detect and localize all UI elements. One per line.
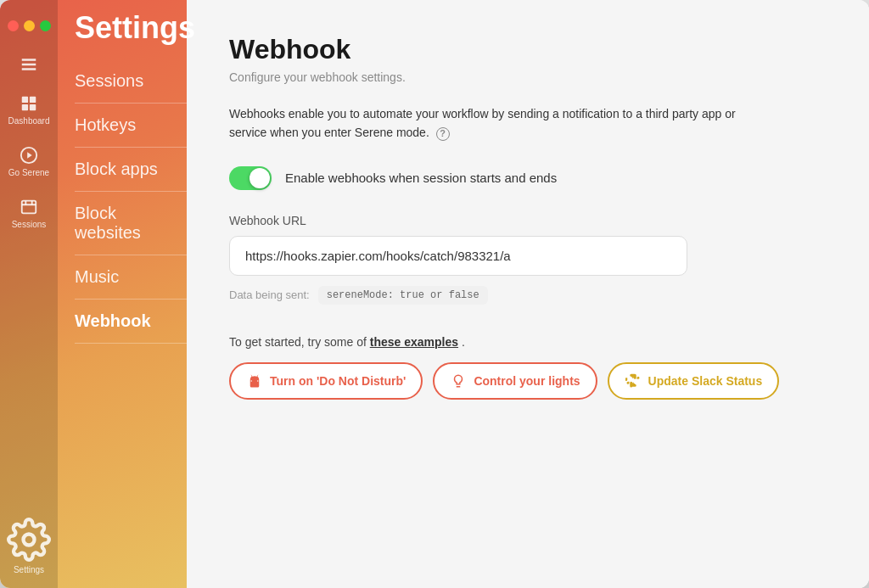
- svg-rect-4: [30, 97, 36, 103]
- sidebar-item-settings-icon[interactable]: Settings: [0, 504, 58, 588]
- examples-section: To get started, try some of these exampl…: [229, 335, 827, 400]
- control-lights-button[interactable]: Control your lights: [433, 362, 597, 400]
- menu-icon: [20, 55, 38, 74]
- close-button[interactable]: [8, 20, 19, 31]
- sidebar-title: Settings: [58, 0, 187, 59]
- update-slack-button[interactable]: Update Slack Status: [608, 362, 780, 400]
- svg-point-13: [24, 535, 35, 546]
- data-sent-value: sereneMode: true or false: [318, 286, 488, 305]
- svg-rect-3: [22, 97, 28, 103]
- description-text: Webhooks enable you to automate your wor…: [229, 104, 755, 143]
- svg-marker-8: [27, 152, 32, 158]
- app-window: Dashboard Go Serene: [0, 0, 869, 588]
- minimize-button[interactable]: [24, 20, 35, 31]
- android-icon: [246, 372, 263, 389]
- sidebar-item-dashboard[interactable]: Dashboard: [0, 84, 58, 136]
- sidebar-content: Settings Sessions Hotkeys Block apps Blo…: [58, 0, 187, 588]
- toggle-track: [229, 166, 272, 190]
- settings-icon: [7, 518, 51, 562]
- sidebar-item-block-websites[interactable]: Block websites: [75, 192, 187, 255]
- data-sent-label: Data being sent:: [229, 288, 310, 301]
- toggle-label: Enable webhooks when session starts and …: [285, 171, 557, 185]
- sidebar-item-go-serene[interactable]: Go Serene: [0, 136, 58, 188]
- svg-rect-5: [22, 104, 28, 110]
- nav-icons: Dashboard Go Serene: [0, 84, 58, 504]
- settings-bottom-label: Settings: [14, 565, 44, 574]
- control-lights-label: Control your lights: [474, 374, 580, 388]
- left-icon-strip: Dashboard Go Serene: [0, 0, 58, 588]
- toggle-row: Enable webhooks when session starts and …: [229, 166, 827, 190]
- webhook-toggle[interactable]: [229, 166, 272, 190]
- sidebar-item-sessions[interactable]: Sessions: [75, 59, 187, 104]
- bulb-icon: [450, 372, 467, 389]
- dashboard-label: Dashboard: [8, 116, 50, 126]
- go-serene-icon: [20, 146, 38, 165]
- menu-icon-item: [0, 45, 58, 84]
- sidebar-item-sessions-icon[interactable]: Sessions: [0, 188, 58, 239]
- example-buttons: Turn on 'Do Not Disturb' Control your li…: [229, 362, 827, 400]
- do-not-disturb-button[interactable]: Turn on 'Do Not Disturb': [229, 362, 423, 400]
- sessions-icon: [20, 198, 38, 216]
- update-slack-label: Update Slack Status: [648, 374, 763, 388]
- webhook-url-label: Webhook URL: [229, 214, 827, 227]
- dashboard-icon: [20, 94, 38, 113]
- sidebar-item-webhook[interactable]: Webhook: [75, 300, 187, 344]
- sessions-icon-label: Sessions: [12, 220, 47, 229]
- toggle-thumb: [249, 168, 270, 188]
- sidebar-item-hotkeys[interactable]: Hotkeys: [75, 104, 187, 148]
- page-title: Webhook: [229, 34, 827, 65]
- help-icon[interactable]: ?: [436, 127, 450, 141]
- sidebar-item-music[interactable]: Music: [75, 255, 187, 300]
- slack-icon: [625, 372, 642, 389]
- examples-link[interactable]: these examples: [370, 335, 458, 349]
- do-not-disturb-label: Turn on 'Do Not Disturb': [270, 374, 406, 388]
- page-subtitle: Configure your webhook settings.: [229, 70, 827, 84]
- webhook-url-section: Webhook URL Data being sent: sereneMode:…: [229, 214, 827, 305]
- webhook-url-input[interactable]: [229, 236, 687, 276]
- go-serene-label: Go Serene: [8, 168, 49, 177]
- sidebar-item-block-apps[interactable]: Block apps: [75, 148, 187, 192]
- sidebar-nav: Sessions Hotkeys Block apps Block websit…: [58, 59, 187, 588]
- data-sent-row: Data being sent: sereneMode: true or fal…: [229, 286, 827, 305]
- main-content: Webhook Configure your webhook settings.…: [187, 0, 869, 588]
- svg-rect-9: [22, 201, 36, 214]
- traffic-lights: [1, 8, 58, 45]
- maximize-button[interactable]: [40, 20, 51, 31]
- sidebar: Dashboard Go Serene: [0, 0, 187, 588]
- svg-rect-6: [30, 104, 36, 110]
- examples-intro: To get started, try some of these exampl…: [229, 335, 827, 349]
